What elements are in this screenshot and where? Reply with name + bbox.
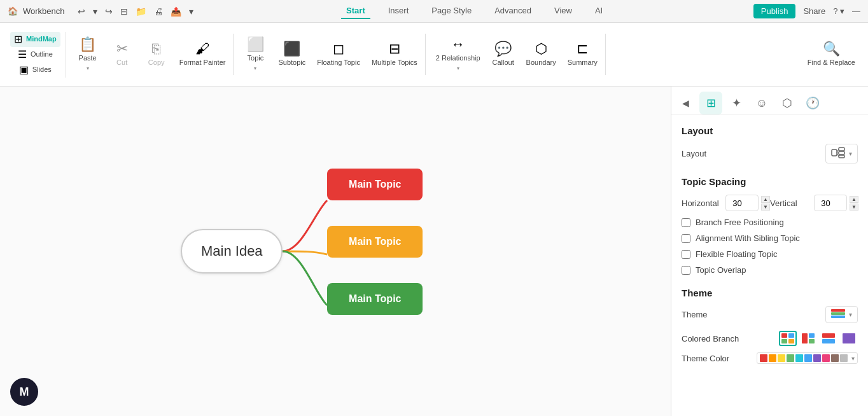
topic-2-label: Main Topic bbox=[349, 236, 401, 247]
undo-button[interactable]: ↩ bbox=[75, 5, 88, 18]
vertical-input[interactable] bbox=[814, 195, 847, 211]
branch-free-label[interactable]: Branch Free Positioning bbox=[696, 218, 784, 227]
svg-rect-3 bbox=[839, 155, 844, 158]
svg-rect-15 bbox=[809, 333, 815, 338]
find-replace-button[interactable]: 🔍 Find & Replace bbox=[802, 38, 860, 71]
tab-page-style[interactable]: Page Style bbox=[426, 3, 477, 19]
branch-opt-2[interactable] bbox=[799, 331, 817, 346]
flexible-floating-checkbox[interactable] bbox=[682, 250, 690, 259]
floating-topic-button[interactable]: ◻ Floating Topic bbox=[312, 38, 365, 71]
view-mode-group: ⊞ MindMap ☰ Outline ▣ Slides bbox=[5, 32, 66, 78]
svg-rect-18 bbox=[822, 339, 835, 343]
spacing-section: Topic Spacing Horizontal ▲ ▼ Vertical bbox=[682, 176, 858, 275]
svg-rect-10 bbox=[781, 333, 787, 338]
horizontal-spin-up[interactable]: ▲ bbox=[761, 196, 770, 203]
flexible-floating-label[interactable]: Flexible Floating Topic bbox=[696, 249, 777, 259]
mindmap-container: Main Idea Main Topic Main Topic Main Top… bbox=[143, 156, 461, 347]
clipboard-group: 📋 Paste ▾ ✂ Cut ⎘ Copy 🖌 Format Painter bbox=[69, 34, 234, 74]
subtopic-button[interactable]: ⬛ Subtopic bbox=[273, 38, 311, 71]
topic-node-1[interactable]: Main Topic bbox=[327, 169, 423, 200]
export-button[interactable]: 📤 bbox=[168, 5, 184, 18]
colored-branch-row: Colored Branch bbox=[682, 331, 858, 346]
redo-button[interactable]: ↪ bbox=[102, 5, 115, 18]
topic-overlap-checkbox[interactable] bbox=[682, 266, 690, 275]
topic-overlap-label[interactable]: Topic Overlap bbox=[696, 265, 746, 275]
branch-free-checkbox[interactable] bbox=[682, 218, 690, 227]
vertical-spin-down[interactable]: ▼ bbox=[850, 204, 858, 211]
callout-button[interactable]: 💬 Callout bbox=[487, 38, 520, 71]
find-replace-label: Find & Replace bbox=[808, 59, 855, 67]
panel-tab-shapes[interactable]: ⬡ bbox=[776, 92, 799, 114]
theme-color-bars-icon bbox=[831, 309, 845, 320]
cut-button[interactable]: ✂ Cut bbox=[106, 38, 139, 71]
paste-button[interactable]: 📋 Paste ▾ bbox=[71, 34, 104, 74]
panel-content: Layout Layout bbox=[671, 115, 868, 387]
topic-button[interactable]: ⬜ Topic ▾ bbox=[239, 34, 272, 74]
relationship-label: 2 Relationship bbox=[436, 54, 480, 62]
spacing-row: Horizontal ▲ ▼ Vertical ▲ ▼ bbox=[682, 195, 858, 211]
more-button[interactable]: ▾ bbox=[186, 5, 196, 18]
publish-button[interactable]: Publish bbox=[753, 4, 796, 18]
boundary-button[interactable]: ⬡ Boundary bbox=[521, 38, 561, 71]
alignment-sibling-checkbox[interactable] bbox=[682, 234, 690, 243]
tab-ai[interactable]: AI bbox=[590, 3, 608, 19]
panel-tab-emoji[interactable]: ☺ bbox=[750, 92, 773, 114]
format-painter-button[interactable]: 🖌 Format Painter bbox=[174, 38, 231, 71]
copy-icon: ⎘ bbox=[152, 42, 160, 56]
panel-tab-layout[interactable]: ⊞ bbox=[699, 92, 722, 114]
horizontal-input[interactable] bbox=[725, 195, 759, 211]
toolbar-slides[interactable]: ▣ Slides bbox=[15, 62, 55, 78]
colored-branch-label: Colored Branch bbox=[682, 334, 739, 343]
multiple-topics-button[interactable]: ⊟ Multiple Topics bbox=[367, 38, 423, 71]
tab-view[interactable]: View bbox=[549, 3, 577, 19]
flexible-floating-row: Flexible Floating Topic bbox=[682, 249, 858, 259]
horizontal-spin-down[interactable]: ▼ bbox=[761, 204, 770, 211]
format-painter-label: Format Painter bbox=[179, 59, 226, 67]
collapse-window-button[interactable]: — bbox=[852, 6, 860, 16]
svg-rect-16 bbox=[809, 339, 815, 343]
ai-tab-icon: ✦ bbox=[732, 96, 741, 110]
alignment-sibling-label[interactable]: Alignment With Sibling Topic bbox=[696, 233, 800, 243]
toolbar-mindmap[interactable]: ⊞ MindMap bbox=[10, 32, 60, 47]
color-palette[interactable]: ▾ bbox=[757, 352, 858, 364]
summary-button[interactable]: ⊏ Summary bbox=[563, 38, 603, 71]
svg-rect-14 bbox=[802, 333, 808, 343]
color-8 bbox=[822, 354, 830, 362]
main-area: Main Idea Main Topic Main Topic Main Top… bbox=[0, 87, 868, 416]
toolbar-outline[interactable]: ☰ Outline bbox=[14, 47, 57, 62]
subtopic-label: Subtopic bbox=[278, 59, 305, 67]
svg-rect-17 bbox=[822, 333, 835, 338]
branch-free-row: Branch Free Positioning bbox=[682, 218, 858, 227]
layout-select[interactable]: ▾ bbox=[825, 144, 858, 163]
relationship-button[interactable]: ↔ 2 Relationship ▾ bbox=[431, 34, 486, 74]
central-node[interactable]: Main Idea bbox=[181, 229, 283, 274]
help-button[interactable]: ? ▾ bbox=[833, 6, 844, 16]
panel-tab-ai[interactable]: ✦ bbox=[725, 92, 748, 114]
print-button[interactable]: 🖨 bbox=[151, 5, 165, 18]
undo-dropdown[interactable]: ▾ bbox=[90, 5, 100, 18]
branch-opt-3[interactable] bbox=[820, 331, 837, 346]
tab-insert[interactable]: Insert bbox=[383, 3, 414, 19]
share-button[interactable]: Share bbox=[803, 6, 825, 16]
grid-view-button[interactable]: ⊟ bbox=[118, 5, 130, 18]
tab-advanced[interactable]: Advanced bbox=[489, 3, 536, 19]
panel-tab-clock[interactable]: 🕐 bbox=[801, 92, 824, 114]
layout-tab-icon: ⊞ bbox=[706, 96, 716, 110]
copy-button[interactable]: ⎘ Copy bbox=[140, 38, 173, 71]
branch-opt-4[interactable] bbox=[840, 331, 858, 346]
branch-options bbox=[779, 331, 858, 346]
theme-select[interactable]: ▾ bbox=[825, 306, 858, 323]
topic-node-3[interactable]: Main Topic bbox=[327, 283, 423, 315]
branch-opt-1[interactable] bbox=[779, 331, 797, 346]
tab-start[interactable]: Start bbox=[341, 3, 370, 19]
panel-collapse-button[interactable]: ◀ bbox=[676, 94, 694, 112]
svg-rect-2 bbox=[839, 151, 844, 155]
palette-arrow[interactable]: ▾ bbox=[851, 355, 855, 362]
svg-rect-13 bbox=[788, 339, 794, 343]
theme-section: Theme Theme ▾ bbox=[682, 288, 858, 364]
color-2 bbox=[769, 354, 776, 362]
folder-button[interactable]: 📁 bbox=[133, 5, 149, 18]
canvas[interactable]: Main Idea Main Topic Main Topic Main Top… bbox=[0, 87, 671, 416]
topic-node-2[interactable]: Main Topic bbox=[327, 226, 423, 258]
vertical-spin-up[interactable]: ▲ bbox=[850, 196, 858, 203]
